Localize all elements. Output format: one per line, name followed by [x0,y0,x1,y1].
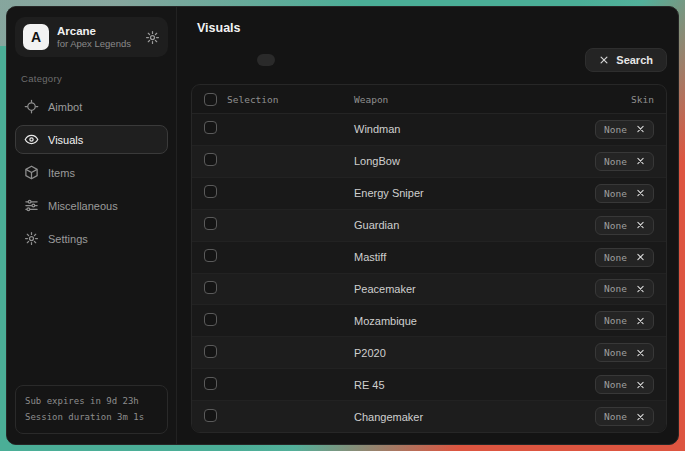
skin-select-button[interactable]: None [595,311,654,330]
session-duration-text: Session duration 3m 1s [25,410,158,425]
tab[interactable] [213,54,231,66]
skin-value: None [604,220,627,231]
app-title: Arcane [57,24,136,38]
skin-value: None [604,252,627,263]
tab[interactable] [191,54,209,66]
table-row: P2020 None [192,337,666,369]
weapon-name: LongBow [354,155,595,167]
app-window: A Arcane for Apex Legends Category Aimbo… [6,6,679,445]
sidebar-item-label: Items [48,167,75,179]
weapon-name: Peacemaker [354,283,595,295]
row-checkbox[interactable] [204,345,217,358]
sidebar-item[interactable]: Aimbot [15,92,168,121]
search-button[interactable]: Search [585,48,667,72]
clear-skin-icon[interactable] [636,189,645,198]
row-checkbox[interactable] [204,313,217,326]
clear-skin-icon[interactable] [636,316,645,325]
row-checkbox[interactable] [204,281,217,294]
weapon-name: Windman [354,123,595,135]
sidebar-item-label: Miscellaneous [48,200,118,212]
table-row: Changemaker None [192,401,666,432]
table-row: Energy Sniper None [192,178,666,210]
skin-value: None [604,124,627,135]
select-all-checkbox[interactable] [204,93,217,106]
skin-changer-table: Selection Weapon Skin Windman None LongB… [191,84,667,433]
skin-select-button[interactable]: None [595,120,654,139]
weapon-name: RE 45 [354,379,595,391]
tab[interactable] [257,54,275,66]
row-checkbox[interactable] [204,217,217,230]
skin-select-button[interactable]: None [595,407,654,426]
clear-skin-icon[interactable] [636,412,645,421]
skin-value: None [604,283,627,294]
search-icon [599,55,609,65]
app-header-card: A Arcane for Apex Legends [15,17,168,57]
sub-expires-text: Sub expires in 9d 23h [25,394,158,409]
gear-icon [24,231,39,246]
weapon-name: P2020 [354,347,595,359]
tab-bar: Search [191,48,667,72]
cube-icon [24,165,39,180]
tabs-group [191,54,319,66]
skin-select-button[interactable]: None [595,248,654,267]
sidebar-item[interactable]: Items [15,158,168,187]
gear-icon[interactable] [144,29,160,45]
tab[interactable] [279,54,297,66]
skin-select-button[interactable]: None [595,152,654,171]
search-button-label: Search [616,54,653,66]
table-row: Mozambique None [192,305,666,337]
sliders-icon [24,198,39,213]
skin-value: None [604,188,627,199]
row-checkbox[interactable] [204,377,217,390]
weapon-name: Guardian [354,219,595,231]
table-row: Peacemaker None [192,274,666,306]
weapon-name: Mozambique [354,315,595,327]
clear-skin-icon[interactable] [636,380,645,389]
crosshair-icon [24,99,39,114]
row-checkbox[interactable] [204,185,217,198]
sidebar-item[interactable]: Miscellaneous [15,191,168,220]
sidebar-item-label: Aimbot [48,101,82,113]
clear-skin-icon[interactable] [636,253,645,262]
page-title: Visuals [197,21,667,35]
skin-select-button[interactable]: None [595,375,654,394]
clear-skin-icon[interactable] [636,125,645,134]
clear-skin-icon[interactable] [636,157,645,166]
skin-select-button[interactable]: None [595,184,654,203]
sidebar-item[interactable]: Settings [15,224,168,253]
table-row: Mastiff None [192,242,666,274]
skin-select-button[interactable]: None [595,279,654,298]
clear-skin-icon[interactable] [636,284,645,293]
sidebar-item-label: Visuals [48,134,83,146]
weapon-name: Changemaker [354,411,595,423]
sidebar-item-label: Settings [48,233,88,245]
table-row: RE 45 None [192,369,666,401]
subscription-info-box: Sub expires in 9d 23h Session duration 3… [15,385,168,434]
row-checkbox[interactable] [204,153,217,166]
skin-column-header: Skin [631,94,654,105]
table-body: Windman None LongBow None Energy Sniper [192,114,666,432]
skin-value: None [604,315,627,326]
skin-select-button[interactable]: None [595,216,654,235]
table-row: LongBow None [192,146,666,178]
clear-skin-icon[interactable] [636,221,645,230]
sidebar-item[interactable]: Visuals [15,125,168,154]
main-panel: Visuals Search Selection Weapon Skin Win… [177,7,678,444]
app-subtitle: for Apex Legends [57,38,136,50]
clear-skin-icon[interactable] [636,348,645,357]
tab[interactable] [235,54,253,66]
skin-value: None [604,379,627,390]
weapon-name: Mastiff [354,251,595,263]
table-row: Windman None [192,114,666,146]
sidebar: A Arcane for Apex Legends Category Aimbo… [7,7,177,444]
app-logo: A [23,24,49,50]
skin-select-button[interactable]: None [595,343,654,362]
row-checkbox[interactable] [204,409,217,422]
table-row: Guardian None [192,210,666,242]
weapon-column-header: Weapon [354,94,631,105]
tab[interactable] [301,54,319,66]
row-checkbox[interactable] [204,249,217,262]
selection-column-header: Selection [227,94,278,105]
row-checkbox[interactable] [204,121,217,134]
sidebar-nav: Aimbot Visuals Items Miscellaneous Setti… [15,92,168,253]
